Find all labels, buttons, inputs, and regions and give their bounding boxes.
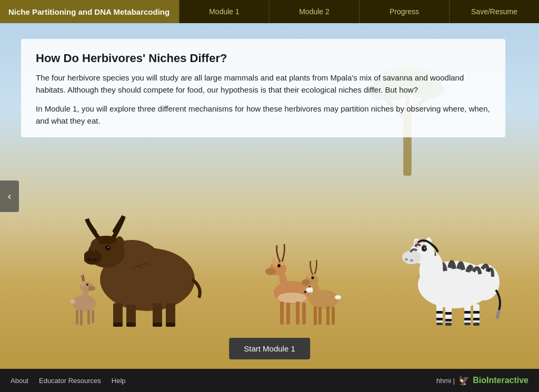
left-nav-arrow[interactable]: ‹ (0, 180, 19, 212)
animals-illustration-area (0, 190, 539, 337)
app-title: Niche Partitioning and DNA Metabarcoding (0, 0, 179, 23)
nav-module2[interactable]: Module 2 (269, 0, 359, 23)
svg-point-26 (87, 258, 92, 261)
start-module1-button[interactable]: Start Module 1 (229, 338, 310, 359)
svg-rect-89 (436, 323, 443, 325)
main-heading: How Do Herbivores' Niches Differ? (36, 52, 491, 65)
svg-rect-83 (445, 312, 452, 315)
svg-rect-91 (464, 323, 471, 325)
help-link[interactable]: Help (112, 377, 126, 385)
educator-resources-link[interactable]: Educator Resources (39, 377, 101, 385)
top-nav: Niche Partitioning and DNA Metabarcoding… (0, 0, 539, 23)
paragraph1: The four herbivore species you will stud… (36, 72, 491, 96)
svg-rect-63 (332, 307, 335, 325)
buffalo-animal (84, 211, 211, 327)
svg-point-71 (410, 259, 413, 262)
start-button-container: Start Module 1 (229, 338, 310, 359)
svg-rect-60 (314, 306, 317, 325)
svg-rect-16 (76, 310, 78, 325)
svg-rect-38 (126, 323, 136, 327)
zebra-animal (402, 222, 507, 327)
nav-module1[interactable]: Module 1 (179, 0, 269, 23)
hhmi-text: hhmi | (436, 377, 455, 385)
impala2-animal (300, 258, 347, 327)
footer-links: About Educator Resources Help (11, 377, 436, 385)
svg-rect-36 (166, 303, 175, 324)
svg-point-44 (265, 268, 276, 275)
svg-point-64 (335, 295, 341, 299)
svg-rect-92 (473, 323, 480, 326)
svg-rect-88 (473, 318, 480, 320)
svg-point-69 (402, 250, 421, 264)
nav-save-resume[interactable]: Save/Resume (449, 0, 539, 23)
svg-point-70 (405, 258, 408, 261)
nav-items: Module 1 Module 2 Progress Save/Resume (179, 0, 539, 23)
bird-icon: 🦅 (458, 375, 470, 386)
svg-rect-77 (436, 303, 443, 325)
svg-rect-85 (464, 311, 471, 314)
svg-rect-84 (445, 319, 452, 321)
svg-rect-61 (318, 307, 322, 325)
svg-rect-62 (326, 306, 330, 325)
svg-rect-90 (445, 323, 452, 326)
nav-progress[interactable]: Progress (359, 0, 449, 23)
svg-rect-51 (296, 301, 300, 325)
svg-rect-86 (464, 318, 471, 320)
content-panel: How Do Herbivores' Niches Differ? The fo… (21, 39, 505, 137)
svg-rect-81 (436, 311, 443, 314)
svg-point-73 (424, 247, 426, 249)
bottom-bar: About Educator Resources Help hhmi | 🦅 B… (0, 369, 539, 392)
svg-rect-40 (166, 323, 175, 327)
svg-rect-39 (153, 323, 162, 327)
about-link[interactable]: About (11, 377, 28, 385)
svg-point-57 (302, 279, 310, 286)
svg-rect-82 (436, 318, 443, 320)
svg-rect-50 (286, 303, 290, 325)
svg-point-45 (277, 264, 281, 267)
svg-point-20 (70, 299, 75, 304)
hhmi-logo: hhmi | 🦅 BioInteractive (436, 375, 528, 386)
svg-rect-33 (113, 303, 123, 325)
svg-point-58 (312, 277, 314, 279)
svg-rect-37 (113, 323, 123, 327)
svg-rect-49 (280, 301, 284, 325)
biointeractive-text: BioInteractive (473, 376, 528, 385)
svg-rect-80 (473, 304, 480, 325)
svg-point-27 (93, 258, 97, 262)
svg-rect-79 (464, 303, 471, 325)
svg-rect-35 (153, 303, 162, 325)
svg-rect-87 (473, 311, 480, 314)
svg-point-29 (107, 246, 109, 248)
main-content: How Do Herbivores' Niches Differ? The fo… (0, 23, 539, 369)
svg-rect-17 (80, 310, 83, 326)
paragraph2: In Module 1, you will explore three diff… (36, 103, 491, 127)
